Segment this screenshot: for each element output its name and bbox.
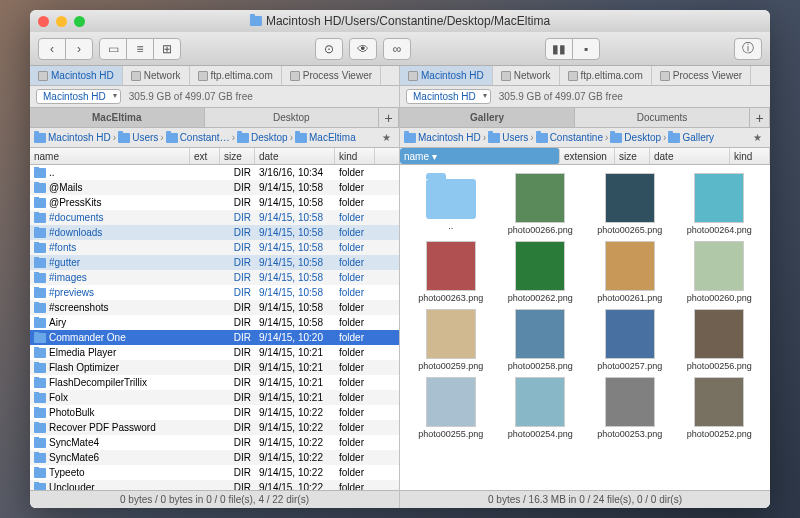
column-header-size[interactable]: size bbox=[220, 148, 255, 164]
file-thumbnail[interactable]: photo00261.png bbox=[587, 241, 673, 303]
breadcrumb-item[interactable]: MacEltima bbox=[295, 132, 356, 143]
column-header-size[interactable]: size bbox=[615, 148, 650, 164]
drive-tab[interactable]: Process Viewer bbox=[282, 66, 381, 85]
column-header-date[interactable]: date bbox=[650, 148, 730, 164]
file-thumbnail[interactable]: photo00257.png bbox=[587, 309, 673, 371]
breadcrumb-item[interactable]: Constant… bbox=[166, 132, 230, 143]
right-icon-view[interactable]: ..photo00266.pngphoto00265.pngphoto00264… bbox=[400, 165, 770, 490]
file-row[interactable]: UnclouderDIR9/14/15, 10:22folder bbox=[30, 480, 399, 490]
minimize-button[interactable] bbox=[56, 16, 67, 27]
column-header-date[interactable]: date bbox=[255, 148, 335, 164]
add-tab-button[interactable]: + bbox=[750, 108, 770, 127]
view-thumbs-button[interactable]: ⊞ bbox=[153, 38, 181, 60]
column-header-kind[interactable]: kind bbox=[335, 148, 375, 164]
panel-tab[interactable]: Documents bbox=[575, 108, 750, 127]
file-row[interactable]: AiryDIR9/14/15, 10:58folder bbox=[30, 315, 399, 330]
file-thumbnail[interactable]: photo00255.png bbox=[408, 377, 494, 439]
toggle-button[interactable]: ⊙ bbox=[315, 38, 343, 60]
file-thumbnail[interactable]: photo00265.png bbox=[587, 173, 673, 235]
add-tab-button[interactable]: + bbox=[379, 108, 399, 127]
file-row[interactable]: FlashDecompilerTrillixDIR9/14/15, 10:21f… bbox=[30, 375, 399, 390]
file-row[interactable]: #downloadsDIR9/14/15, 10:58folder bbox=[30, 225, 399, 240]
view-full-button[interactable]: ▭ bbox=[99, 38, 127, 60]
column-header-kind[interactable]: kind bbox=[730, 148, 770, 164]
file-row[interactable]: #gutterDIR9/14/15, 10:58folder bbox=[30, 255, 399, 270]
file-thumbnail[interactable]: photo00254.png bbox=[498, 377, 584, 439]
favorite-star-icon[interactable]: ★ bbox=[753, 132, 766, 143]
breadcrumb-item[interactable]: Macintosh HD bbox=[34, 132, 111, 143]
file-thumbnail[interactable]: photo00264.png bbox=[677, 173, 763, 235]
file-row[interactable]: Elmedia PlayerDIR9/14/15, 10:21folder bbox=[30, 345, 399, 360]
forward-button[interactable]: › bbox=[65, 38, 93, 60]
column-header-name[interactable]: name ▾ bbox=[400, 148, 560, 164]
file-thumbnail[interactable]: photo00259.png bbox=[408, 309, 494, 371]
file-row[interactable]: TypeetoDIR9/14/15, 10:22folder bbox=[30, 465, 399, 480]
file-size: DIR bbox=[220, 452, 255, 463]
zoom-button[interactable] bbox=[74, 16, 85, 27]
drive-tab[interactable]: Macintosh HD bbox=[30, 66, 123, 85]
back-button[interactable]: ‹ bbox=[38, 38, 66, 60]
view-brief-button[interactable]: ≡ bbox=[126, 38, 154, 60]
info-button[interactable]: ⓘ bbox=[734, 38, 762, 60]
drive-tab[interactable]: Network bbox=[123, 66, 190, 85]
hidden-files-button[interactable]: 👁 bbox=[349, 38, 377, 60]
column-header-ext[interactable]: ext bbox=[190, 148, 220, 164]
file-thumbnail[interactable]: photo00258.png bbox=[498, 309, 584, 371]
file-row[interactable]: @PressKitsDIR9/14/15, 10:58folder bbox=[30, 195, 399, 210]
file-row[interactable]: SyncMate4DIR9/14/15, 10:22folder bbox=[30, 435, 399, 450]
panel-tab[interactable]: MacEltima bbox=[30, 108, 205, 127]
file-row[interactable]: #documentsDIR9/14/15, 10:58folder bbox=[30, 210, 399, 225]
file-row[interactable]: #screenshotsDIR9/14/15, 10:58folder bbox=[30, 300, 399, 315]
close-button[interactable] bbox=[38, 16, 49, 27]
breadcrumb-item[interactable]: Desktop bbox=[610, 132, 661, 143]
file-row[interactable]: PhotoBulkDIR9/14/15, 10:22folder bbox=[30, 405, 399, 420]
column-header-name[interactable]: name bbox=[30, 148, 190, 164]
breadcrumb-item[interactable]: Users bbox=[488, 132, 528, 143]
favorite-star-icon[interactable]: ★ bbox=[382, 132, 395, 143]
file-kind: folder bbox=[335, 212, 375, 223]
panel-tab[interactable]: Desktop bbox=[205, 108, 380, 127]
breadcrumb-item[interactable]: Gallery bbox=[668, 132, 714, 143]
breadcrumb-item[interactable]: Users bbox=[118, 132, 158, 143]
left-file-list[interactable]: ..DIR3/16/16, 10:34folder@MailsDIR9/14/1… bbox=[30, 165, 399, 490]
drive-tab[interactable]: ftp.eltima.com bbox=[560, 66, 652, 85]
file-thumbnail[interactable]: photo00256.png bbox=[677, 309, 763, 371]
left-volume-select[interactable]: Macintosh HD bbox=[36, 89, 121, 104]
file-thumbnail[interactable]: photo00260.png bbox=[677, 241, 763, 303]
right-volume-select[interactable]: Macintosh HD bbox=[406, 89, 491, 104]
drive-tab[interactable]: ftp.eltima.com bbox=[190, 66, 282, 85]
file-thumbnail[interactable]: photo00262.png bbox=[498, 241, 584, 303]
file-row[interactable]: #fontsDIR9/14/15, 10:58folder bbox=[30, 240, 399, 255]
file-row[interactable]: ..DIR3/16/16, 10:34folder bbox=[30, 165, 399, 180]
file-thumbnail[interactable]: photo00263.png bbox=[408, 241, 494, 303]
chevron-right-icon: › bbox=[483, 132, 486, 143]
breadcrumb-item[interactable]: Constantine bbox=[536, 132, 603, 143]
drive-tab[interactable]: Macintosh HD bbox=[400, 66, 493, 85]
file-row[interactable]: Recover PDF PasswordDIR9/14/15, 10:22fol… bbox=[30, 420, 399, 435]
parent-folder[interactable]: .. bbox=[408, 173, 494, 235]
preview-button[interactable]: ∞ bbox=[383, 38, 411, 60]
file-thumbnail[interactable]: photo00252.png bbox=[677, 377, 763, 439]
file-row[interactable]: Flash OptimizerDIR9/14/15, 10:21folder bbox=[30, 360, 399, 375]
breadcrumb-item[interactable]: Macintosh HD bbox=[404, 132, 481, 143]
file-row[interactable]: #previewsDIR9/14/15, 10:58folder bbox=[30, 285, 399, 300]
thumbnail-image bbox=[694, 173, 744, 223]
column-header-extension[interactable]: extension bbox=[560, 148, 615, 164]
titlebar[interactable]: Macintosh HD/Users/Constantine/Desktop/M… bbox=[30, 10, 770, 32]
file-row[interactable]: #imagesDIR9/14/15, 10:58folder bbox=[30, 270, 399, 285]
file-date: 9/14/15, 10:58 bbox=[255, 197, 335, 208]
dual-pane-button[interactable]: ▮▮ bbox=[545, 38, 573, 60]
file-row[interactable]: SyncMate6DIR9/14/15, 10:22folder bbox=[30, 450, 399, 465]
terminal-button[interactable]: ▪ bbox=[572, 38, 600, 60]
file-thumbnail[interactable]: photo00266.png bbox=[498, 173, 584, 235]
drive-tab[interactable]: Network bbox=[493, 66, 560, 85]
chevron-right-icon: › bbox=[663, 132, 666, 143]
panel-tab[interactable]: Gallery bbox=[400, 108, 575, 127]
file-row[interactable]: @MailsDIR9/14/15, 10:58folder bbox=[30, 180, 399, 195]
file-row[interactable]: Commander OneDIR9/14/15, 10:20folder bbox=[30, 330, 399, 345]
file-thumbnail[interactable]: photo00253.png bbox=[587, 377, 673, 439]
drive-tab[interactable]: Process Viewer bbox=[652, 66, 751, 85]
file-row[interactable]: FolxDIR9/14/15, 10:21folder bbox=[30, 390, 399, 405]
breadcrumb-item[interactable]: Desktop bbox=[237, 132, 288, 143]
right-pane: Macintosh HDNetworkftp.eltima.comProcess… bbox=[400, 66, 770, 508]
